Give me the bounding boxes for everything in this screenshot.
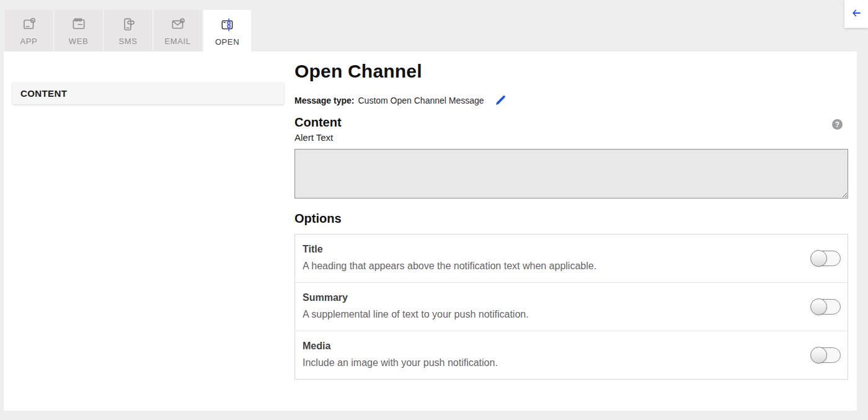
option-title-description: A heading that appears above the notific…	[303, 261, 840, 272]
envelope-badge-icon	[170, 16, 186, 32]
collapse-panel-button[interactable]	[844, 0, 868, 28]
sidebar-item-content-label: CONTENT	[20, 88, 67, 99]
channel-tabbar: APP WEB SMS	[5, 10, 251, 53]
title-toggle[interactable]	[811, 251, 841, 266]
media-toggle[interactable]	[811, 347, 841, 363]
pencil-icon[interactable]	[494, 94, 507, 107]
content-section-heading: Content	[294, 115, 342, 130]
option-row-title: Title A heading that appears above the n…	[295, 235, 848, 283]
option-row-media: Media Include an image with your push no…	[295, 331, 848, 379]
alert-text-label: Alert Text	[294, 132, 333, 143]
tab-web[interactable]: WEB	[55, 10, 102, 51]
tab-sms-label: SMS	[119, 37, 138, 46]
sidebar-item-content[interactable]: CONTENT	[12, 83, 284, 104]
option-summary-description: A supplemental line of text to your push…	[303, 309, 840, 320]
tab-app[interactable]: APP	[5, 10, 53, 51]
option-media-label: Media	[303, 341, 840, 352]
tab-open-label: OPEN	[215, 37, 239, 47]
phone-message-icon	[120, 16, 136, 32]
media-toggle-knob	[810, 347, 827, 364]
options-box: Title A heading that appears above the n…	[294, 234, 848, 380]
browser-icon	[71, 16, 87, 32]
page-title: Open Channel	[294, 61, 422, 82]
option-row-summary: Summary A supplemental line of text to y…	[295, 283, 848, 331]
app-notification-icon	[21, 16, 37, 32]
tab-email-label: EMAIL	[164, 37, 190, 46]
arrow-left-icon	[851, 7, 862, 21]
tab-app-label: APP	[20, 37, 38, 46]
open-channel-icon	[219, 17, 236, 33]
composer-panel: CONTENT Open Channel Message type: Custo…	[4, 51, 857, 411]
message-type-label: Message type:	[294, 96, 354, 105]
main-column: Open Channel Message type: Custom Open C…	[294, 51, 848, 411]
tab-web-label: WEB	[69, 37, 88, 46]
alert-text-input[interactable]	[294, 149, 848, 199]
options-section-heading: Options	[294, 212, 342, 226]
tab-email[interactable]: EMAIL	[154, 10, 202, 51]
tab-sms[interactable]: SMS	[104, 10, 152, 51]
option-title-label: Title	[303, 244, 840, 255]
summary-toggle[interactable]	[811, 299, 841, 315]
message-type-row: Message type: Custom Open Channel Messag…	[294, 94, 507, 107]
tab-open[interactable]: OPEN	[203, 10, 251, 53]
summary-toggle-knob	[810, 298, 827, 315]
option-summary-label: Summary	[303, 292, 840, 303]
message-type-value: Custom Open Channel Message	[358, 96, 484, 105]
option-media-description: Include an image with your push notifica…	[303, 357, 840, 369]
question-mark-icon[interactable]: ?	[832, 119, 843, 130]
title-toggle-knob	[810, 250, 827, 267]
